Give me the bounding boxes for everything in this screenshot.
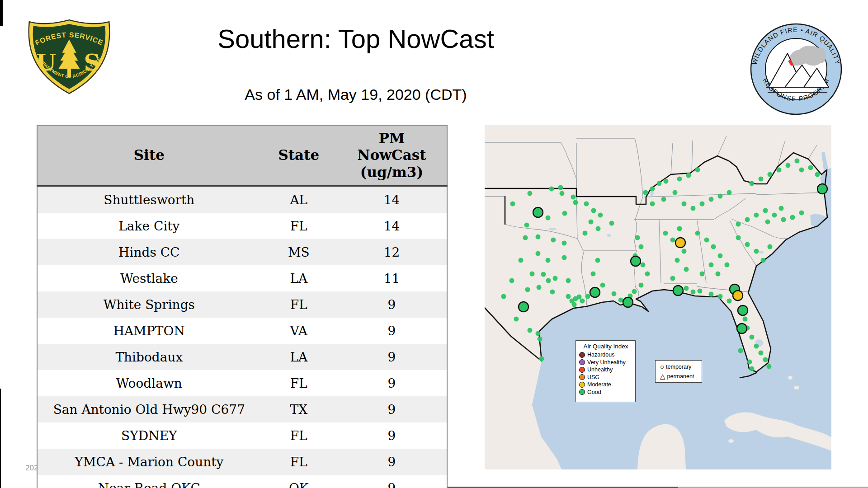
- monitor-dot: [716, 272, 721, 277]
- top-site-marker-good: [737, 324, 747, 333]
- monitor-dot: [799, 211, 804, 216]
- monitor-dot: [661, 197, 666, 202]
- monitor-dot: [691, 290, 696, 295]
- monitor-dot: [670, 276, 675, 281]
- monitor-dot: [519, 258, 524, 263]
- monitor-dot: [560, 191, 565, 196]
- table-row: YMCA - Marion CountyFL9: [37, 449, 447, 475]
- monitor-dot: [750, 335, 755, 340]
- aqi-swatch-icon: [579, 352, 585, 358]
- monitor-dot: [562, 241, 567, 246]
- map-canvas: [485, 125, 831, 469]
- monitor-dot: [743, 317, 748, 322]
- monitor-dot: [537, 285, 542, 290]
- state-cell: FL: [261, 422, 337, 449]
- aqi-swatch-icon: [579, 359, 585, 365]
- state-cell: FL: [261, 449, 337, 475]
- aqi-legend-item: USG: [579, 374, 632, 381]
- monitor-dot: [566, 294, 571, 299]
- table-row: San Antonio Old Hwy90 C677TX9: [37, 396, 447, 422]
- site-cell: White Springs: [37, 291, 261, 318]
- monitor-dot: [763, 357, 768, 362]
- pm-cell: 11: [337, 265, 447, 291]
- monitor-dot: [727, 299, 732, 304]
- state-cell: FL: [261, 291, 337, 318]
- monitor-dot: [663, 231, 668, 236]
- site-cell: HAMPTON: [37, 318, 261, 344]
- monitor-dot: [546, 278, 551, 283]
- monitor-dot: [566, 278, 571, 283]
- monitor-dot: [815, 172, 820, 177]
- forest-service-logo: FOREST SERVICE U S DEPARTMENT OF AGRICUL…: [25, 18, 113, 96]
- aqi-legend-item: Good: [579, 389, 632, 396]
- pm-cell: 9: [337, 475, 447, 488]
- monitor-dot: [609, 221, 614, 226]
- monitor-dot: [645, 272, 650, 277]
- state-cell: FL: [261, 370, 337, 396]
- monitor-dot: [727, 190, 732, 195]
- aqi-legend-label: USG: [587, 374, 599, 380]
- monitor-dot: [682, 249, 687, 254]
- monitor-dot: [514, 317, 519, 322]
- monitor-dot: [650, 202, 655, 206]
- monitor-dot: [709, 292, 714, 297]
- monitor-dot: [691, 206, 696, 211]
- monitor-dot: [639, 283, 644, 288]
- monitor-dot: [768, 244, 773, 249]
- site-cell: Westlake: [37, 265, 261, 291]
- monitor-dot: [530, 272, 535, 277]
- state-cell: FL: [261, 213, 337, 239]
- aqi-legend-items: HazardousVery UnhealthyUnhealthyUSGModer…: [579, 351, 632, 396]
- site-cell: Woodlawn: [37, 370, 261, 396]
- monitor-dot: [635, 235, 640, 240]
- table-row: Near Road OKCOK9: [37, 475, 447, 488]
- monitor-dot: [673, 190, 678, 195]
- monitor-dot: [536, 331, 541, 336]
- monitor-dot: [675, 258, 680, 263]
- monitor-dot: [549, 187, 554, 192]
- monitor-dot: [551, 238, 556, 243]
- monitor-dot: [577, 295, 582, 300]
- monitor-dot: [704, 238, 709, 243]
- state-cell: OK: [261, 475, 337, 488]
- table-body: ShuttlesworthAL14Lake CityFL14Hinds CCMS…: [37, 186, 447, 488]
- state-cell: LA: [261, 265, 337, 291]
- temporary-label: temporary: [666, 364, 691, 370]
- monitor-dot: [718, 253, 723, 258]
- permanent-triangle-icon: △: [660, 373, 665, 380]
- monitor-dot: [736, 222, 741, 227]
- pm-cell: 14: [337, 213, 447, 239]
- column-header-site: Site: [37, 125, 261, 186]
- monitor-dot: [546, 216, 551, 221]
- monitor-dot: [718, 194, 723, 199]
- monitor-dot: [768, 172, 773, 177]
- monitor-dot: [641, 263, 646, 267]
- top-site-marker-good: [738, 305, 748, 315]
- site-cell: YMCA - Marion County: [37, 449, 261, 475]
- monitor-dot: [553, 276, 558, 281]
- monitor-dot: [786, 163, 791, 168]
- monitor-dot: [546, 258, 551, 263]
- aqi-legend-item: Hazardous: [579, 351, 632, 359]
- wfaqrp-logo: WILDLAND FIRE • AIR QUALITY RESPONSE PRO…: [749, 22, 844, 117]
- site-cell: San Antonio Old Hwy90 C677: [37, 396, 261, 422]
- table-row: HAMPTONVA9: [37, 318, 447, 344]
- monitor-dot: [539, 357, 544, 361]
- aqi-legend-title: Air Quality Index: [579, 343, 632, 350]
- monitor-dot: [698, 289, 703, 294]
- monitor-dot: [528, 191, 533, 196]
- aqi-swatch-icon: [579, 389, 585, 395]
- monitor-dot: [558, 185, 563, 190]
- monitor-dot: [777, 168, 782, 173]
- monitor-dot: [550, 290, 555, 295]
- aqi-legend-item: Unhealthy: [579, 366, 632, 374]
- table-row: Hinds CCMS12: [37, 239, 447, 265]
- monitor-dot: [781, 217, 786, 222]
- monitor-dot: [670, 238, 675, 243]
- top-site-marker-good: [623, 297, 633, 307]
- monitor-dot: [808, 165, 813, 170]
- monitor-dot: [591, 272, 596, 277]
- table-row: White SpringsFL9: [37, 291, 447, 318]
- monitor-dot: [589, 220, 594, 225]
- monitor-dot: [759, 351, 764, 356]
